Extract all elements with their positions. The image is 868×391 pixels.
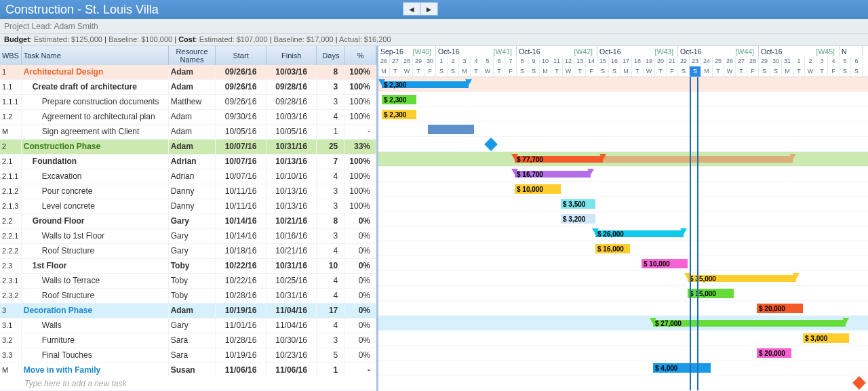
task-row[interactable]: 1.1Create draft of architectureAdam09/26… xyxy=(0,80,376,95)
nav-prev-button[interactable]: ◄ xyxy=(403,3,420,16)
cell-percent[interactable]: 0% xyxy=(345,304,376,318)
task-row[interactable]: 2.2.2Roof StructureGary10/18/1610/21/164… xyxy=(0,244,376,259)
gantt-row[interactable]: $ 4,000 xyxy=(378,361,868,375)
cell-percent[interactable]: 0% xyxy=(345,229,376,243)
cell-finish[interactable]: 10/25/16 xyxy=(267,274,317,288)
gantt-row[interactable]: $ 20,000 xyxy=(378,346,868,361)
cell-resource[interactable]: Matthew xyxy=(169,95,216,109)
cell-days[interactable]: 3 xyxy=(317,95,345,109)
cell-percent[interactable]: 0% xyxy=(345,289,376,303)
cell-name[interactable]: Construction Phase xyxy=(22,140,169,154)
cell-name[interactable]: Walls to Terrace xyxy=(22,274,169,288)
cell-days[interactable]: 25 xyxy=(317,140,345,154)
task-bar[interactable]: $ 10,000 xyxy=(515,184,561,194)
cell-days[interactable]: 3 xyxy=(317,229,345,243)
cell-resource[interactable]: Toby xyxy=(169,289,216,303)
cell-percent[interactable]: 100% xyxy=(345,95,376,109)
cell-start[interactable]: 11/06/16 xyxy=(216,363,267,376)
task-row[interactable]: 3.2FurnitureSara10/28/1610/30/1630% xyxy=(0,333,376,348)
gantt-row[interactable] xyxy=(378,122,868,137)
cell-finish[interactable]: 10/13/16 xyxy=(267,184,317,199)
cell-start[interactable]: 09/30/16 xyxy=(216,110,267,124)
cell-name[interactable]: Walls xyxy=(22,318,169,333)
gantt-row[interactable]: $ 2,300 xyxy=(378,107,868,122)
task-bar[interactable]: $ 3,200 xyxy=(561,214,595,224)
cell-percent[interactable]: 0% xyxy=(345,259,376,273)
task-row[interactable]: 3.3Final TouchesSara10/19/1610/23/1650% xyxy=(0,348,376,363)
task-row[interactable]: 2.1.2Pour concreteDanny10/11/1610/13/163… xyxy=(0,184,376,199)
cell-start[interactable]: 10/14/16 xyxy=(216,214,267,228)
cell-finish[interactable]: 10/30/16 xyxy=(267,333,317,348)
cell-start[interactable]: 09/26/16 xyxy=(216,95,267,109)
cell-name[interactable]: Walls to 1st Floor xyxy=(22,229,169,243)
milestone-icon[interactable] xyxy=(484,138,498,151)
cell-start[interactable]: 10/28/16 xyxy=(216,333,267,348)
task-bar[interactable]: $ 2,300 xyxy=(382,110,416,119)
cell-name[interactable]: Prepare construction documents xyxy=(22,95,169,109)
cell-start[interactable]: 10/28/16 xyxy=(216,289,267,303)
cell-name[interactable]: Architectural Design xyxy=(22,65,169,79)
cell-name[interactable]: Agreement to architectural plan xyxy=(22,110,169,124)
cell-name[interactable]: Foundation xyxy=(22,155,169,169)
cell-name[interactable]: Sign agreement with Client xyxy=(22,125,169,139)
cell-resource[interactable]: Adrian xyxy=(169,169,216,184)
gantt-row[interactable]: $ 35,000 xyxy=(378,271,868,286)
cell-percent[interactable]: 100% xyxy=(345,184,376,199)
cell-name[interactable]: 1st Floor xyxy=(22,259,169,273)
cell-start[interactable]: 10/07/16 xyxy=(216,140,267,154)
cell-resource[interactable]: Gary xyxy=(169,318,216,333)
summary-bar[interactable]: $ 16,700 xyxy=(515,171,591,178)
gantt-row[interactable]: $ 16,000 xyxy=(378,241,868,256)
cell-resource[interactable]: Sara xyxy=(169,333,216,348)
cell-name[interactable]: Final Touches xyxy=(22,348,169,363)
col-wbs[interactable]: WBS xyxy=(0,46,22,65)
task-row[interactable]: 2.3.2Roof StructureToby10/28/1610/31/164… xyxy=(0,289,376,304)
cell-resource[interactable]: Gary xyxy=(169,214,216,228)
cell-resource[interactable]: Danny xyxy=(169,199,216,213)
task-row[interactable]: 1.1.1Prepare construction documentsMatth… xyxy=(0,95,376,110)
cell-days[interactable]: 1 xyxy=(317,363,345,376)
cell-start[interactable]: 10/11/16 xyxy=(216,199,267,213)
cell-finish[interactable]: 09/28/16 xyxy=(267,95,317,109)
task-row[interactable]: 2.1.3Level concreteDanny10/11/1610/13/16… xyxy=(0,199,376,214)
gantt-row[interactable]: $ 27,000 xyxy=(378,316,868,331)
task-row[interactable]: 2.3.1Walls to TerraceToby10/22/1610/25/1… xyxy=(0,274,376,289)
cell-start[interactable]: 09/26/16 xyxy=(216,65,267,79)
cell-finish[interactable]: 10/31/16 xyxy=(267,289,317,303)
cell-finish[interactable]: 10/31/16 xyxy=(267,259,317,273)
task-bar[interactable]: $ 2,300 xyxy=(382,95,416,104)
cell-finish[interactable]: 10/21/16 xyxy=(267,214,317,228)
cell-start[interactable]: 10/14/16 xyxy=(216,229,267,243)
cell-percent[interactable]: 33% xyxy=(345,140,376,154)
cell-days[interactable]: 4 xyxy=(317,289,345,303)
cell-days[interactable]: 3 xyxy=(317,184,345,199)
task-row[interactable]: 2.1.1ExcavationAdrian10/07/1610/10/16410… xyxy=(0,169,376,184)
cell-name[interactable]: Level concrete xyxy=(22,199,169,213)
cell-resource[interactable]: Gary xyxy=(169,244,216,258)
gantt-row[interactable]: $ 15,000 xyxy=(378,286,868,301)
cell-resource[interactable]: Susan xyxy=(169,363,216,376)
cell-percent[interactable]: 0% xyxy=(345,214,376,228)
cell-start[interactable]: 10/07/16 xyxy=(216,169,267,184)
cell-name[interactable]: Roof Structure xyxy=(22,289,169,303)
cell-days[interactable]: 1 xyxy=(317,125,345,139)
gantt-row[interactable]: $ 3,500 xyxy=(378,197,868,211)
cell-finish[interactable]: 10/31/16 xyxy=(267,140,317,154)
task-bar[interactable]: $ 20,000 xyxy=(757,348,791,358)
cell-days[interactable]: 3 xyxy=(317,199,345,213)
new-task-input[interactable]: Type here to add a new task xyxy=(0,376,376,391)
cell-resource[interactable]: Adam xyxy=(169,110,216,124)
cell-finish[interactable]: 10/13/16 xyxy=(267,199,317,213)
cell-percent[interactable]: 100% xyxy=(345,169,376,184)
cell-finish[interactable]: 10/13/16 xyxy=(267,155,317,169)
cell-name[interactable]: Furniture xyxy=(22,333,169,348)
task-row[interactable]: 1.2Agreement to architectural planAdam09… xyxy=(0,110,376,125)
cell-finish[interactable]: 10/10/16 xyxy=(267,169,317,184)
cell-name[interactable]: Move in with Family xyxy=(22,363,169,376)
cell-start[interactable]: 10/19/16 xyxy=(216,304,267,318)
cell-percent[interactable]: - xyxy=(345,363,376,376)
cell-days[interactable]: 8 xyxy=(317,65,345,79)
task-bar[interactable]: $ 10,000 xyxy=(642,259,688,268)
task-bar[interactable]: $ 3,500 xyxy=(561,199,595,209)
cell-percent[interactable]: - xyxy=(345,125,376,139)
